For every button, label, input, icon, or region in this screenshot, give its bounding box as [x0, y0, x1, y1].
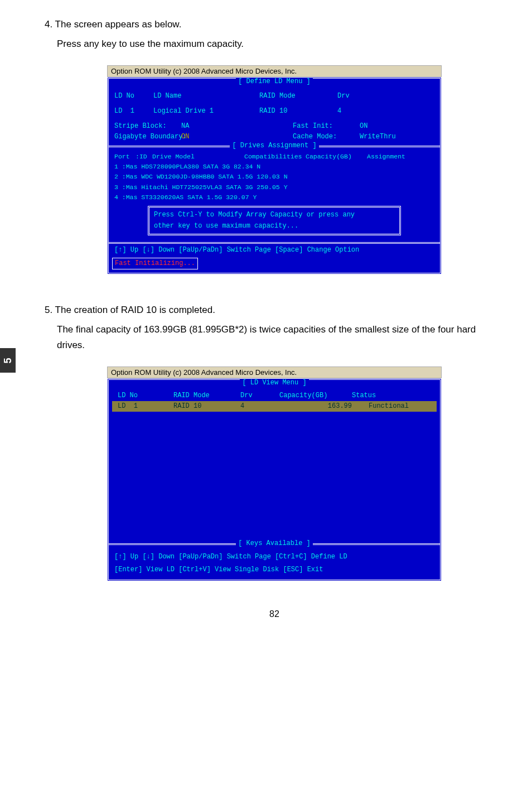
col-ldno: LD No	[114, 91, 153, 102]
fast-label: Fast Init:	[293, 121, 360, 132]
bios1-keys: [↑] Up [↓] Down [PaUp/PaDn] Switch Page …	[109, 244, 440, 257]
step4-sub: Press any key to use the maximum capacit…	[57, 36, 504, 51]
col2-cap: Capacity(GB)	[279, 390, 352, 401]
val-drv: 4	[337, 106, 341, 117]
modal-line2: other key to use maximum capacity...	[154, 221, 395, 232]
ld1-no: LD 1	[118, 401, 173, 412]
cache-label: Cache Mode:	[293, 132, 360, 142]
step5-sub: The final capacity of 163.99GB (81.995GB…	[57, 322, 504, 352]
col2-raidmode: RAID Mode	[173, 390, 240, 401]
col-port: Port	[114, 152, 136, 162]
ld1-cap: 163.99	[279, 401, 369, 412]
bios2-keys1: [↑] Up [↓] Down [PaUp/PaDn] Switch Page …	[109, 549, 440, 563]
val-raidmode: RAID 10	[259, 106, 337, 117]
drive-row-2: 2 :Mas WDC WD1200JD-98HBB0 SATA 1.5G 120…	[114, 172, 434, 182]
bios1-status: Fast Initializing...	[112, 258, 198, 269]
col2-drv: Drv	[240, 390, 279, 401]
bios-screenshot-ld-view: Option ROM Utility (c) 2008 Advanced Mic…	[107, 367, 442, 581]
drive-row-4: 4 :Mas ST3320620AS SATA 1.5G 320.07 Y	[114, 192, 434, 202]
drive-row-3: 3 :Mas Hitachi HDT725025VLA3 SATA 3G 250…	[114, 182, 434, 192]
gig-label: Gigabyte Boundary:	[114, 132, 181, 142]
col-id: :ID	[136, 152, 152, 162]
chapter-tab: 5	[0, 348, 16, 373]
bios1-title: Option ROM Utility (c) 2008 Advanced Mic…	[107, 65, 442, 77]
bios2-title: Option ROM Utility (c) 2008 Advanced Mic…	[107, 367, 442, 378]
stripe-val: NA	[181, 121, 293, 132]
col-assign: Assignment	[367, 152, 405, 162]
bios1-menu-title: [ Define LD Menu ]	[236, 78, 313, 85]
step5-heading: 5. The creation of RAID 10 is completed.	[45, 302, 504, 317]
bios2-menu-title: [ LD View Menu ]	[240, 379, 308, 387]
col2-ldno: LD No	[118, 390, 173, 401]
modal-line1: Press Ctrl-Y to Modify Array Capacity or…	[154, 210, 395, 220]
col-compat: Compatibilities	[244, 152, 306, 162]
bios-screenshot-define-ld: Option ROM Utility (c) 2008 Advanced Mic…	[107, 65, 442, 274]
val-ldname: Logical Drive 1	[153, 106, 259, 117]
col-cap: Capacity(GB)	[306, 152, 367, 162]
col-drv: Drv	[337, 91, 350, 102]
col-ldname: LD Name	[153, 91, 259, 102]
page-number: 82	[45, 609, 504, 619]
col-model: Drive Model	[152, 152, 244, 162]
ld1-mode: RAID 10	[173, 401, 240, 412]
fast-val: ON	[360, 121, 367, 132]
step4-heading: 4. The screen appears as below.	[45, 17, 504, 32]
gig-val: ON	[181, 132, 293, 142]
ld1-status: Functional	[369, 401, 409, 412]
col2-status: Status	[352, 390, 376, 401]
bios2-keys2: [Enter] View LD [Ctrl+V] View Single Dis…	[109, 563, 440, 580]
stripe-label: Stripe Block:	[114, 121, 181, 132]
drive-row-1: 1 :Mas HDS728090PLA380 SATA 3G 82.34 N	[114, 162, 434, 172]
cache-val: WriteThru	[360, 132, 396, 142]
modal-box: Press Ctrl-Y to Modify Array Capacity or…	[148, 206, 401, 235]
col-raidmode: RAID Mode	[259, 91, 337, 102]
ld1-drv: 4	[240, 401, 279, 412]
val-ldno: LD 1	[114, 106, 153, 117]
ld-row-selected: LD 1 RAID 10 4 163.99 Functional	[112, 401, 437, 412]
